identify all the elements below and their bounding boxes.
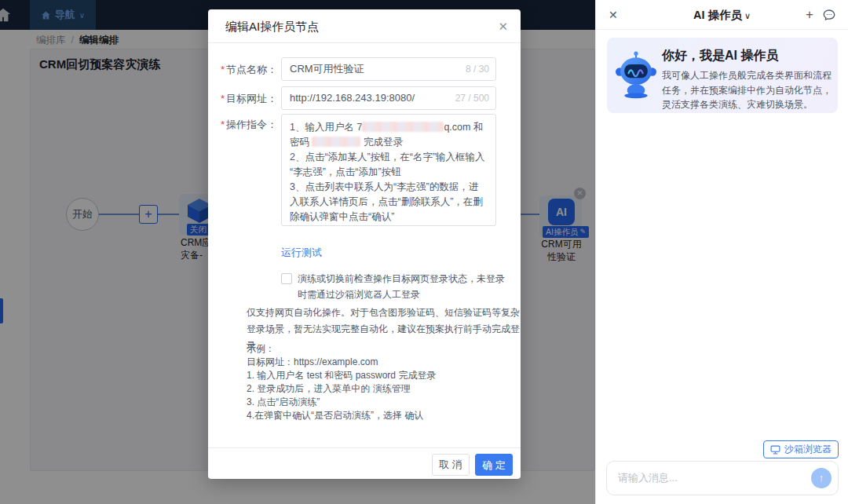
modal-header: 编辑AI操作员节点 ✕ bbox=[208, 9, 521, 43]
edit-ai-node-modal: 编辑AI操作员节点 ✕ *节点名称： CRM可用性验证 8 / 30 *目标网址… bbox=[208, 9, 521, 479]
welcome-description: 我可像人工操作员般完成各类界面和流程任务，并在预案编排中作为自动化节点，灵活支撑… bbox=[662, 68, 832, 112]
required-mark: * bbox=[221, 64, 225, 75]
required-mark: * bbox=[221, 119, 225, 130]
target-url-counter: 27 / 500 bbox=[455, 87, 489, 109]
app-root: 导航 ∨ 编排库 / 编辑编排 CRM回切预案容灾演练 开始 + 关闭 CRM应… bbox=[0, 0, 848, 504]
ai-operator-panel: ✕ AI 操作员∨ + bbox=[595, 0, 848, 504]
instruction-text: 3、点击列表中联系人为“李志强”的数据，进入联系人详情页后，点击“删除联系人”，… bbox=[290, 180, 488, 225]
redacted-username bbox=[362, 122, 444, 132]
instruction-text: 完成登录 bbox=[360, 137, 402, 148]
arrow-up-icon: ↑ bbox=[819, 472, 824, 484]
welcome-title: 你好，我是AI 操作员 bbox=[662, 48, 778, 64]
sandbox-browser-button[interactable]: 沙箱浏览器 bbox=[763, 440, 839, 458]
instruction-label: *操作指令： bbox=[208, 118, 277, 132]
target-url-input[interactable]: http://192.168.243.19:8080/ 27 / 500 bbox=[281, 86, 496, 110]
message-input[interactable]: 请输入消息... ↑ bbox=[606, 461, 839, 495]
login-check-row: 演练或切换前检查操作目标网页登录状态，未登录时需通过沙箱浏览器人工登录 bbox=[281, 271, 506, 302]
login-check-checkbox[interactable] bbox=[281, 273, 292, 284]
example-block: 示例： 目标网址：https://example.com 1. 输入用户名 te… bbox=[247, 342, 436, 422]
chevron-down-icon: ∨ bbox=[744, 11, 751, 20]
example-title: 示例： bbox=[247, 342, 436, 356]
chat-history-icon[interactable] bbox=[822, 8, 836, 22]
example-line: 1. 输入用户名 test 和密码 password 完成登录 bbox=[247, 369, 436, 382]
instruction-textarea[interactable]: 1、输入用户名 7q.com 和密码 完成登录 2、点击“添加某人”按钮，在“名… bbox=[281, 114, 496, 226]
instruction-text: 1、输入用户名 7 bbox=[290, 122, 362, 133]
panel-header: ✕ AI 操作员∨ + bbox=[596, 0, 848, 30]
example-line: 2. 登录成功后，进入菜单中的 演练管理 bbox=[247, 382, 436, 396]
redacted-password bbox=[312, 137, 360, 147]
send-button[interactable]: ↑ bbox=[811, 468, 832, 488]
monitor-icon bbox=[770, 445, 780, 455]
node-name-input[interactable]: CRM可用性验证 8 / 30 bbox=[281, 57, 496, 81]
new-chat-icon[interactable]: + bbox=[806, 0, 813, 30]
robot-avatar bbox=[616, 50, 656, 99]
target-url-value: http://192.168.243.19:8080/ bbox=[290, 87, 415, 109]
node-name-label: *节点名称： bbox=[208, 63, 277, 77]
close-icon[interactable]: ✕ bbox=[498, 9, 508, 43]
modal-footer: 取 消 确 定 bbox=[208, 447, 521, 479]
login-check-label: 演练或切换前检查操作目标网页登录状态，未登录时需通过沙箱浏览器人工登录 bbox=[298, 271, 506, 302]
example-line: 4.在弹窗中确认“是否启动演练”，选择 确认 bbox=[247, 409, 436, 422]
cancel-button[interactable]: 取 消 bbox=[432, 454, 470, 476]
welcome-card: 你好，我是AI 操作员 我可像人工操作员般完成各类界面和流程任务，并在预案编排中… bbox=[607, 38, 838, 113]
message-placeholder: 请输入消息... bbox=[618, 462, 678, 495]
required-mark: * bbox=[221, 93, 225, 104]
target-url-label: *目标网址： bbox=[208, 92, 277, 106]
run-test-link[interactable]: 运行测试 bbox=[281, 246, 322, 260]
node-name-counter: 8 / 30 bbox=[466, 58, 489, 80]
instruction-text: 2、点击“添加某人”按钮，在“名字”输入框输入“李志强”，点击“添加”按钮 bbox=[290, 150, 488, 180]
confirm-button[interactable]: 确 定 bbox=[475, 454, 513, 476]
modal-title: 编辑AI操作员节点 bbox=[225, 9, 319, 43]
example-line: 3. 点击“启动演练” bbox=[247, 396, 436, 409]
example-line: 目标网址：https://example.com bbox=[247, 356, 436, 369]
node-name-value: CRM可用性验证 bbox=[290, 58, 364, 80]
sandbox-browser-label: 沙箱浏览器 bbox=[784, 443, 832, 456]
